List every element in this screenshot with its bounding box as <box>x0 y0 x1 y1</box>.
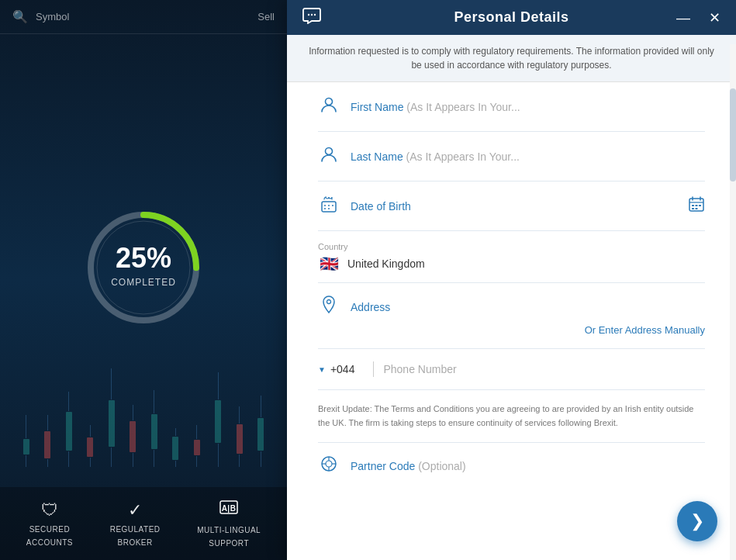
badge-regulated-line2: BROKER <box>117 538 152 547</box>
close-button[interactable]: ✕ <box>706 9 724 26</box>
sell-col-header: Sell <box>257 11 275 22</box>
partner-code-optional: (Optional) <box>418 460 465 472</box>
modal-notice: Information requested is to comply with … <box>287 35 736 82</box>
multilingual-icon: A|B <box>219 500 238 521</box>
location-pin-icon <box>318 296 340 318</box>
svg-point-5 <box>308 14 309 16</box>
symbol-col-header: Symbol <box>36 11 69 22</box>
badge-secured-accounts: 🛡 SECURED ACCOUNTS <box>26 500 73 547</box>
phone-field[interactable]: ▼ +044 Phone Number <box>318 349 705 390</box>
badge-multilingual-line2: SUPPORT <box>209 539 249 548</box>
svg-rect-23 <box>692 208 694 209</box>
brexit-notice-text: Brexit Update: The Terms and Conditions … <box>318 404 693 427</box>
phone-separator <box>373 361 374 377</box>
progress-label: COMPLETED <box>111 277 176 288</box>
partner-code-field[interactable]: Partner Code (Optional) <box>318 443 705 489</box>
phone-dropdown-arrow[interactable]: ▼ <box>318 365 326 374</box>
progress-percent: 25% <box>111 242 176 275</box>
badge-secured-line1: SECURED <box>29 525 70 534</box>
panel-header: 🔍 Symbol Sell <box>0 0 287 34</box>
modal-content: First Name (As It Appears In Your... Las… <box>287 82 736 560</box>
last-name-content[interactable]: Last Name (As It Appears In Your... <box>351 150 705 164</box>
candle-5 <box>109 368 115 467</box>
svg-rect-20 <box>692 205 694 206</box>
svg-point-9 <box>326 148 333 155</box>
svg-point-6 <box>311 14 313 16</box>
country-name: United Kingdom <box>347 258 705 270</box>
scrollbar-thumb[interactable] <box>730 88 736 181</box>
last-name-placeholder: (As It Appears In Your... <box>406 150 520 163</box>
left-panel: 🔍 Symbol Sell 25% COMPLETED <box>0 0 287 560</box>
svg-rect-10 <box>322 202 336 212</box>
next-button[interactable]: ❯ <box>677 501 717 541</box>
candle-8 <box>172 428 178 467</box>
svg-point-25 <box>327 300 331 304</box>
birthday-icon <box>318 195 340 216</box>
check-icon: ✓ <box>128 500 143 520</box>
svg-rect-24 <box>696 208 698 209</box>
uk-flag-icon: 🇬🇧 <box>318 256 340 271</box>
candle-1 <box>23 415 29 467</box>
svg-rect-21 <box>696 205 698 206</box>
country-row: 🇬🇧 United Kingdom <box>318 256 705 271</box>
progress-text: 25% COMPLETED <box>111 242 176 289</box>
dob-field[interactable]: Date of Birth <box>318 181 705 231</box>
dob-label: Date of Birth <box>351 200 411 213</box>
first-name-content[interactable]: First Name (As It Appears In Your... <box>351 100 705 114</box>
first-name-label: First Name (As It Appears In Your... <box>351 101 520 113</box>
address-row[interactable]: Address <box>318 296 705 318</box>
last-name-field[interactable]: Last Name (As It Appears In Your... <box>318 132 705 181</box>
badge-multilingual-support: A|B MULTI-LINGUAL SUPPORT <box>197 500 261 548</box>
progress-container: 25% COMPLETED <box>81 206 206 330</box>
minimize-button[interactable]: — <box>673 9 693 26</box>
candle-3 <box>66 392 72 467</box>
next-arrow-icon: ❯ <box>690 511 704 531</box>
badge-secured-line2: ACCOUNTS <box>26 538 73 547</box>
search-icon[interactable]: 🔍 <box>12 9 28 24</box>
first-name-field[interactable]: First Name (As It Appears In Your... <box>318 82 705 132</box>
modal-header: Personal Details — ✕ <box>287 0 736 35</box>
bottom-badges: 🛡 SECURED ACCOUNTS ✓ REGULATED BROKER A|… <box>0 487 287 560</box>
candle-11 <box>237 406 243 467</box>
notice-text: Information requested is to comply with … <box>309 46 714 71</box>
phone-country-code: +044 <box>330 363 355 375</box>
svg-text:A|B: A|B <box>222 504 237 513</box>
modal-title: Personal Details <box>454 9 568 26</box>
svg-point-27 <box>326 461 332 467</box>
country-field[interactable]: Country 🇬🇧 United Kingdom <box>318 231 705 283</box>
phone-placeholder[interactable]: Phone Number <box>383 363 705 375</box>
candle-9 <box>194 425 200 467</box>
address-label: Address <box>351 301 390 313</box>
first-name-placeholder: (As It Appears In Your... <box>406 101 520 113</box>
enter-address-manually-link[interactable]: Or Enter Address Manually <box>318 318 705 342</box>
person-icon-2 <box>318 146 340 167</box>
last-name-label: Last Name (As It Appears In Your... <box>351 150 520 163</box>
dob-content[interactable]: Date of Birth <box>351 199 677 213</box>
last-name-label-text: Last Name <box>351 150 403 163</box>
brexit-notice: Brexit Update: The Terms and Conditions … <box>318 390 705 443</box>
modal-header-actions: — ✕ <box>673 9 724 26</box>
country-label-small: Country <box>318 242 705 251</box>
shield-icon: 🛡 <box>41 500 59 520</box>
candle-7 <box>151 390 157 467</box>
person-icon <box>318 96 340 117</box>
partner-icon <box>318 455 340 476</box>
address-field: Address Or Enter Address Manually <box>318 283 705 349</box>
chat-icon <box>302 7 321 28</box>
candle-4 <box>87 425 93 467</box>
candle-2 <box>44 415 50 467</box>
candle-10 <box>215 372 221 467</box>
first-name-label-text: First Name <box>351 101 403 113</box>
calendar-icon[interactable] <box>688 195 705 216</box>
partner-code-label-text: Partner Code <box>351 460 415 472</box>
modal-panel: Personal Details — ✕ Information request… <box>287 0 736 560</box>
badge-regulated-broker: ✓ REGULATED BROKER <box>110 500 161 547</box>
badge-multilingual-line1: MULTI-LINGUAL <box>197 526 261 534</box>
phone-code-area[interactable]: ▼ +044 <box>318 363 354 375</box>
candle-6 <box>130 405 136 467</box>
candle-12 <box>257 396 264 467</box>
svg-point-7 <box>314 14 316 16</box>
badge-regulated-line1: REGULATED <box>110 525 161 534</box>
svg-rect-22 <box>699 205 701 206</box>
scrollbar-track <box>730 44 736 560</box>
